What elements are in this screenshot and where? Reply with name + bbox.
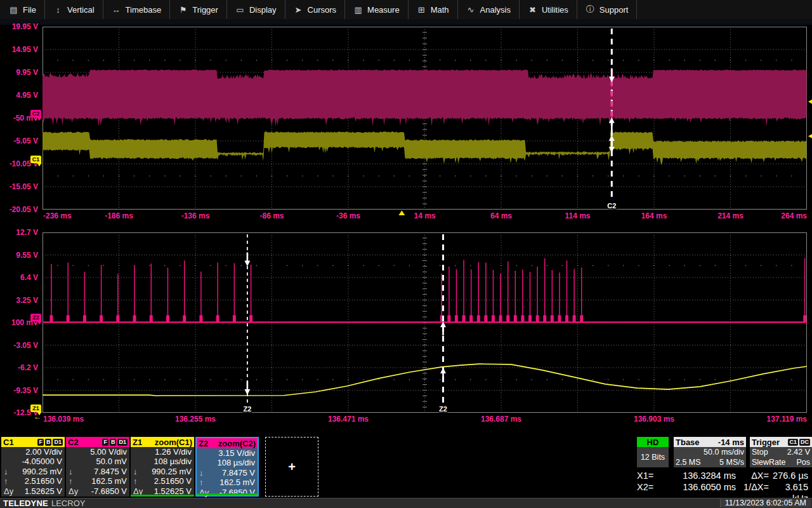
trace-name: C1 xyxy=(3,438,14,447)
menu-item-label: Timebase xyxy=(126,5,162,15)
trace-name: C2 xyxy=(68,438,79,447)
utilities-tools-icon: ✖ xyxy=(528,5,537,15)
y-tick-label: -9.35 V xyxy=(1,386,38,395)
menu-item-measure[interactable]: ▥Measure xyxy=(345,0,409,19)
teledyne-lecroy-logo: TELEDYNELECROY xyxy=(3,498,85,508)
descriptor-row: ↑162.5 mV xyxy=(197,478,258,487)
plus-icon: + xyxy=(288,460,296,474)
analysis-chart-icon: ∿ xyxy=(466,5,476,15)
timebase-memory: 2.5 MS xyxy=(676,457,701,467)
x2-value: 136.6050 ms xyxy=(662,481,736,493)
descriptor-c1[interactable]: C1FBD12.00 V/div-4.05000 V↓990.25 mV↑2.5… xyxy=(1,437,65,497)
x-tick-label: 136.903 ms xyxy=(634,415,674,424)
y-tick-label: 4.95 V xyxy=(1,91,38,100)
menu-item-trigger[interactable]: ⚑Trigger xyxy=(170,0,227,19)
descriptor-c2[interactable]: C2FBD15.00 V/div50.0 mV↓7.8475 V↑162.5 m… xyxy=(66,437,129,497)
trigger-title: Trigger xyxy=(752,438,780,447)
menu-item-label: File xyxy=(23,5,36,15)
y-tick-label: -15.05 V xyxy=(1,182,38,191)
waveform-grid-main[interactable]: C2 xyxy=(43,27,807,210)
badge-trigger-coupling: DC xyxy=(799,439,810,446)
trigger-flag-icon: ⚑ xyxy=(178,5,188,15)
trigger-type: SlewRate xyxy=(752,457,786,467)
menu-item-utilities[interactable]: ✖Utilities xyxy=(520,0,577,19)
x2-label: X2= xyxy=(637,481,662,493)
menu-item-label: Trigger xyxy=(192,5,218,15)
descriptor-z1[interactable]: Z1zoom(C1)1.26 V/div108 µs/div↓990.25 mV… xyxy=(131,437,194,497)
x-tick-label: 136.471 ms xyxy=(328,415,369,424)
add-trace-box[interactable]: + xyxy=(265,437,318,497)
y-tick-label: -3.05 V xyxy=(1,341,38,350)
descriptor-z2[interactable]: Z2zoom(C2)3.15 V/div108 µs/div↓7.8475 V↑… xyxy=(195,437,259,497)
trace-tag-pointer-icon xyxy=(37,321,42,324)
level-marker-icon[interactable] xyxy=(808,98,812,105)
fx-label: 1/ΔX= xyxy=(736,481,769,493)
hd-mode-box[interactable]: HD 12 Bits xyxy=(637,437,669,467)
waveform-grid-zoom[interactable]: Z2Z2← xyxy=(43,232,807,413)
x-tick-label: -136 ms xyxy=(181,211,210,220)
trigger-position-icon[interactable] xyxy=(398,211,405,216)
y-tick-label: 6.4 V xyxy=(1,273,38,282)
support-info-icon: ⓘ xyxy=(586,4,595,15)
menu-item-math[interactable]: ⊞Math xyxy=(409,0,458,19)
timebase-scale: 50.0 ms/div xyxy=(676,447,744,457)
menu-item-label: Analysis xyxy=(480,5,511,15)
menu-item-label: Utilities xyxy=(542,5,568,15)
measure-ruler-icon: ▥ xyxy=(353,5,363,15)
y-tick-label: 9.55 V xyxy=(1,251,38,260)
timebase-summary-box[interactable]: Tbase -14 ms 50.0 ms/div 2.5 MS 5 MS/s xyxy=(674,437,746,467)
hd-bits-label: 12 Bits xyxy=(639,447,667,467)
descriptor-row: -4.05000 V xyxy=(1,457,65,466)
x-tick-label: 137.119 ms xyxy=(767,415,807,424)
badge-f: F xyxy=(102,439,108,446)
trace-z2-baseline[interactable] xyxy=(43,321,807,323)
menu-item-analysis[interactable]: ∿Analysis xyxy=(458,0,520,19)
trace-tag-pointer-icon xyxy=(37,411,42,415)
trace-tag-pointer-icon xyxy=(37,163,42,166)
display-monitor-icon: ▭ xyxy=(235,5,245,15)
cursor-arrow-icon: ➤ xyxy=(294,5,303,15)
menu-item-vertical[interactable]: ↕Vertical xyxy=(45,0,103,19)
trigger-summary-box[interactable]: Trigger C1 DC Stop 2.42 V SlewRate Pos xyxy=(750,437,812,467)
descriptor-row: ↑2.51650 V xyxy=(131,476,194,486)
x-tick-label: 164 ms xyxy=(641,211,667,220)
timebase-title: Tbase xyxy=(676,438,700,447)
y-tick-label: 14.95 V xyxy=(1,45,38,54)
trace-tag-pointer-icon xyxy=(37,117,42,121)
dx-label: ΔX= xyxy=(736,470,769,481)
badge-f: F xyxy=(37,439,44,446)
menu-item-label: Support xyxy=(599,5,629,15)
menu-bar-divider xyxy=(0,19,812,25)
menu-item-display[interactable]: ▭Display xyxy=(227,0,285,19)
menu-item-file[interactable]: ▤File xyxy=(0,0,45,19)
descriptor-row: ↑2.51650 V xyxy=(1,476,65,486)
trigger-level: 2.42 V xyxy=(787,447,810,457)
descriptor-row: 5.00 V/div xyxy=(66,447,129,457)
level-marker-icon[interactable] xyxy=(808,133,812,139)
menu-bar: ▤File↕Vertical↔Timebase⚑Trigger▭Display➤… xyxy=(0,0,812,19)
descriptor-row: ↓990.25 mV xyxy=(1,467,65,476)
clock[interactable]: 11/13/2023 6:02:05 AM xyxy=(720,499,811,507)
descriptor-row: Δy-7.6850 V xyxy=(197,488,258,497)
x-tick-label: 264 ms xyxy=(781,211,807,220)
menu-item-label: Vertical xyxy=(67,5,95,15)
descriptor-row: ↓7.8475 V xyxy=(66,467,129,476)
descriptor-row: 108 µs/div xyxy=(131,457,194,466)
descriptor-row: 1.26 V/div xyxy=(131,447,194,457)
x1-label: X1= xyxy=(637,470,662,481)
x-tick-label: -86 ms xyxy=(259,211,284,220)
y-tick-label: 3.25 V xyxy=(1,296,38,305)
descriptor-row: 2.00 V/div xyxy=(1,447,65,457)
x-tick-label: 136.255 ms xyxy=(175,415,216,424)
badge-d1: D1 xyxy=(117,439,128,446)
menu-item-support[interactable]: ⓘSupport xyxy=(577,0,638,19)
x-tick-label: -236 ms xyxy=(43,211,72,220)
menu-item-cursors[interactable]: ➤Cursors xyxy=(285,0,346,19)
x-tick-label: 136.687 ms xyxy=(481,415,521,424)
x-tick-label: 136.039 ms xyxy=(43,415,84,424)
cursor-label: Z2 xyxy=(439,405,447,413)
math-calculator-icon: ⊞ xyxy=(417,5,426,15)
menu-item-timebase[interactable]: ↔Timebase xyxy=(103,0,171,19)
y-tick-label: -5.05 V xyxy=(1,137,38,145)
menu-item-label: Display xyxy=(249,5,277,15)
